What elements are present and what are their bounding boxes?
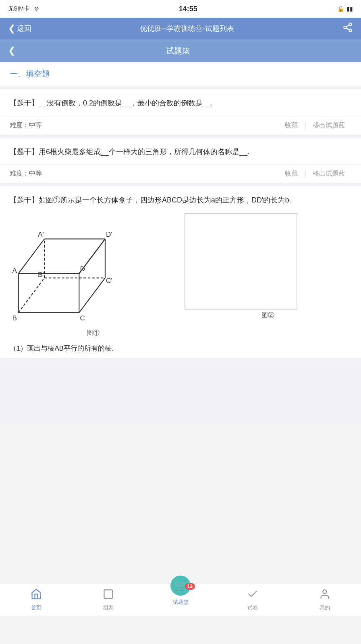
figure-1: A A' B B' C C' D D' 图①: [10, 213, 176, 337]
status-time: 14:55: [179, 5, 197, 13]
svg-text:B': B': [38, 270, 44, 279]
section-header-1: 一、填空题: [0, 62, 361, 86]
compose-icon: [103, 588, 114, 603]
home-icon: [31, 588, 42, 603]
check-icon: [247, 588, 258, 603]
question-footer-2: 难度：中等 收藏 | 移出试题蓝: [0, 164, 361, 183]
back-button[interactable]: ❮ 返回: [8, 23, 31, 34]
figure-2: 图②: [185, 213, 351, 320]
sub-back-button[interactable]: ❮: [8, 45, 15, 56]
figure-2-label: 图②: [185, 311, 351, 320]
question-footer-1: 难度：中等 收藏 | 移出试题蓝: [0, 116, 361, 134]
svg-line-5: [19, 239, 45, 273]
partial-text: （1）画出与棱AB平行的所有的棱.: [0, 344, 361, 358]
figure-2-placeholder: [185, 213, 297, 310]
carrier-wifi: 无SIM卡 ⊜: [8, 5, 39, 12]
question-body-2: 【题干】用6根火柴最多组成__个一样大的三角形，所得几何体的名称是__.: [0, 138, 361, 165]
difficulty-2: 难度：中等: [10, 169, 42, 178]
tab-exam-label: 试卷: [247, 604, 258, 611]
cart-badge-tab: 13: [185, 583, 195, 590]
wifi-icon: ⊜: [34, 5, 39, 12]
section-title-1: 一、填空题: [10, 69, 50, 78]
svg-line-4: [346, 25, 349, 27]
svg-rect-26: [104, 590, 112, 599]
question-body-1: 【题干】__没有倒数，0.2的倒数是__，最小的合数的倒数是__.: [0, 89, 361, 116]
svg-text:D': D': [106, 230, 112, 238]
actions-2: 收藏 | 移出试题蓝: [278, 169, 351, 178]
question-card-3: 【题干】如图①所示是一个长方体盒子，四边形ABCD是边长为a的正方形，DD'的长…: [0, 186, 361, 358]
nav-title: 优优班--学霸训练营-试题列表: [140, 24, 234, 33]
tab-cart-label: 试题篮: [173, 599, 189, 606]
question-card-2: 【题干】用6根火柴最多组成__个一样大的三角形，所得几何体的名称是__. 难度：…: [0, 138, 361, 183]
tab-mine[interactable]: 我的: [289, 588, 361, 611]
remove-button-2[interactable]: 移出试题蓝: [306, 169, 351, 178]
content-area: 一、填空题 【题干】__没有倒数，0.2的倒数是__，最小的合数的倒数是__. …: [0, 62, 361, 425]
collect-button-1[interactable]: 收藏: [278, 121, 304, 130]
svg-text:B: B: [12, 314, 17, 322]
question-images-3: A A' B B' C C' D D' 图① 图②: [0, 213, 361, 344]
remove-button-1[interactable]: 移出试题蓝: [306, 121, 351, 130]
svg-text:A': A': [38, 230, 44, 238]
collect-button-2[interactable]: 收藏: [278, 169, 304, 178]
tab-home[interactable]: 首页: [0, 588, 72, 611]
status-indicators: 🔒 ▮▮: [337, 6, 353, 12]
svg-line-3: [346, 28, 349, 30]
status-bar: 无SIM卡 ⊜ 14:55 🔒 ▮▮: [0, 0, 361, 18]
svg-text:A: A: [12, 266, 17, 274]
svg-line-15: [19, 278, 45, 312]
question-body-3: 【题干】如图①所示是一个长方体盒子，四边形ABCD是边长为a的正方形，DD'的长…: [0, 186, 361, 213]
tab-home-label: 首页: [31, 604, 41, 611]
tab-cart[interactable]: 🛒 13 试题篮: [144, 594, 216, 606]
sub-header-title: 试题篮: [22, 45, 334, 56]
tab-compose-label: 组卷: [103, 604, 114, 611]
tab-compose[interactable]: 组卷: [72, 588, 144, 611]
tab-mine-label: 我的: [320, 604, 330, 611]
svg-text:D: D: [80, 265, 85, 273]
actions-1: 收藏 | 移出试题蓝: [278, 121, 351, 130]
tab-bar: 首页 组卷 🛒 13 试题篮 试卷: [0, 584, 361, 616]
nav-bar: ❮ 返回 优优班--学霸训练营-试题列表: [0, 18, 361, 39]
share-button[interactable]: [342, 22, 353, 35]
svg-text:C': C': [106, 277, 112, 285]
svg-line-14: [79, 278, 105, 312]
sub-header: ❮ 试题篮: [0, 39, 361, 62]
difficulty-1: 难度：中等: [10, 121, 42, 130]
svg-text:C: C: [80, 314, 85, 322]
tab-exam[interactable]: 试卷: [217, 588, 289, 611]
person-icon: [319, 588, 330, 603]
lock-icon: 🔒: [337, 6, 344, 12]
battery-icon: ▮▮: [346, 6, 353, 12]
figure-1-label: 图①: [10, 329, 176, 337]
question-card-1: 【题干】__没有倒数，0.2的倒数是__，最小的合数的倒数是__. 难度：中等 …: [0, 89, 361, 134]
svg-point-27: [323, 590, 327, 594]
